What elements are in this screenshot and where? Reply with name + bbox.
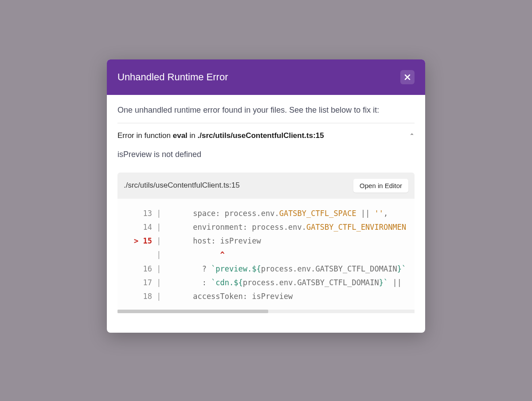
- code-line-15: > 15 | host: isPreview: [117, 234, 415, 248]
- error-message: isPreview is not defined: [117, 150, 415, 159]
- scrollbar-thumb[interactable]: [117, 310, 268, 313]
- error-function: eval: [173, 131, 188, 140]
- code-line-13: 13 | space: process.env.GATSBY_CTFL_SPAC…: [117, 207, 415, 220]
- chevron-up-icon: ⌄: [409, 132, 415, 139]
- code-caret-line: | ^: [117, 248, 415, 262]
- close-icon: [404, 74, 411, 81]
- file-bar: ./src/utils/useContentfulClient.ts:15 Op…: [117, 173, 415, 199]
- error-heading-row[interactable]: Error in function eval in ./src/utils/us…: [117, 131, 415, 140]
- modal-title: Unhandled Runtime Error: [117, 71, 228, 83]
- error-prefix: Error in function: [117, 131, 173, 140]
- close-button[interactable]: [400, 70, 415, 84]
- modal-header: Unhandled Runtime Error: [107, 59, 425, 95]
- file-path: ./src/utils/useContentfulClient.ts:15: [124, 181, 240, 190]
- code-snippet[interactable]: 13 | space: process.env.GATSBY_CTFL_SPAC…: [117, 199, 415, 310]
- code-line-18: 18 | accessToken: isPreview: [117, 290, 415, 303]
- horizontal-scrollbar[interactable]: [117, 310, 415, 313]
- error-modal: Unhandled Runtime Error One unhandled ru…: [107, 59, 425, 333]
- code-line-17: 17 | : `cdn.${process.env.GATSBY_CTFL_DO…: [117, 276, 415, 290]
- modal-body: One unhandled runtime error found in you…: [107, 95, 425, 333]
- divider: [117, 123, 415, 123]
- code-line-16: 16 | ? `preview.${process.env.GATSBY_CTF…: [117, 262, 415, 276]
- code-line-14: 14 | environment: process.env.GATSBY_CTF…: [117, 220, 415, 234]
- error-description: One unhandled runtime error found in you…: [117, 106, 415, 115]
- error-heading: Error in function eval in ./src/utils/us…: [117, 131, 324, 140]
- error-location: ./src/utils/useContentfulClient.ts:15: [198, 131, 324, 140]
- error-in: in: [188, 131, 198, 140]
- open-in-editor-button[interactable]: Open in Editor: [353, 179, 408, 193]
